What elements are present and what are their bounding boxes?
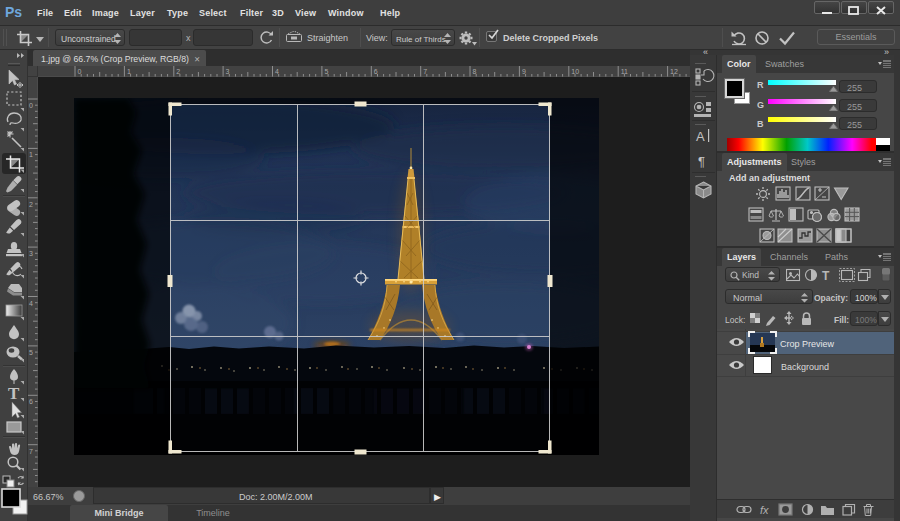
svg-text:6: 6 — [29, 398, 33, 405]
svg-text:T: T — [8, 384, 20, 403]
svg-text:4: 4 — [29, 300, 33, 307]
svg-text:3: 3 — [29, 250, 33, 257]
svg-text:0: 0 — [78, 68, 82, 75]
svg-text:5: 5 — [324, 68, 328, 75]
svg-text:5: 5 — [29, 349, 33, 356]
svg-text:0: 0 — [29, 102, 33, 109]
svg-text:7: 7 — [423, 68, 427, 75]
svg-text:1: 1 — [127, 68, 131, 75]
svg-text:2: 2 — [29, 201, 33, 208]
svg-text:T: T — [822, 269, 830, 282]
svg-text:A: A — [696, 129, 705, 144]
svg-text:1: 1 — [29, 151, 33, 158]
svg-text:8: 8 — [473, 68, 477, 75]
svg-text:10: 10 — [571, 68, 579, 75]
svg-text:7: 7 — [29, 448, 33, 455]
svg-text:fx: fx — [760, 504, 769, 516]
svg-text:9: 9 — [522, 68, 526, 75]
svg-text:4: 4 — [275, 68, 279, 75]
svg-text:11: 11 — [621, 68, 628, 75]
svg-text:3: 3 — [226, 68, 230, 75]
svg-text:12: 12 — [670, 68, 678, 75]
svg-text:2: 2 — [176, 68, 180, 75]
svg-text:¶: ¶ — [698, 154, 705, 169]
svg-text:6: 6 — [374, 68, 378, 75]
